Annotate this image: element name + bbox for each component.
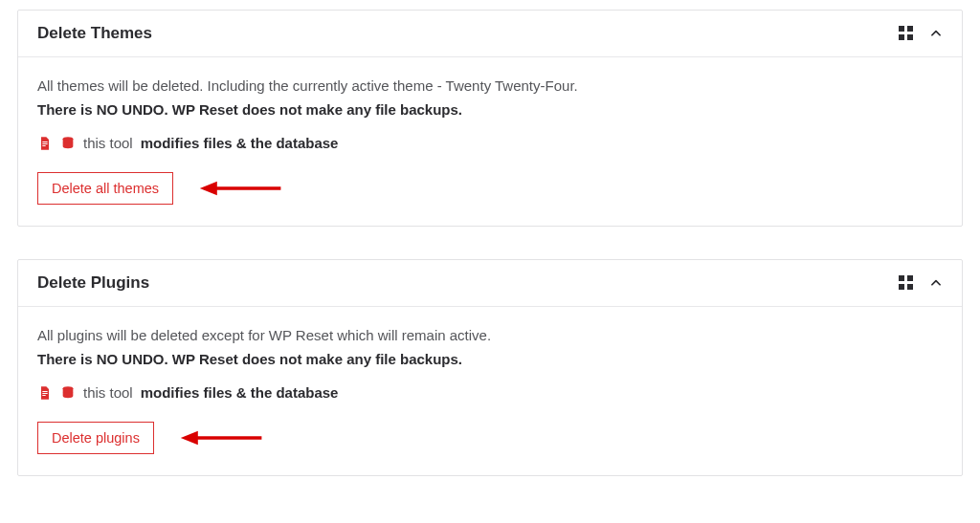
database-icon [60, 385, 76, 401]
action-row: Delete all themes [37, 172, 943, 205]
panel-header: Delete Plugins [18, 260, 962, 307]
svg-rect-2 [42, 145, 45, 146]
panel-title: Delete Plugins [37, 273, 149, 293]
chevron-up-icon[interactable] [929, 27, 943, 40]
modifies-row: this tool modifies files & the database [37, 135, 943, 151]
modifies-prefix: this tool [83, 135, 133, 151]
svg-rect-6 [42, 391, 47, 392]
panel-body: All plugins will be deleted except for W… [18, 307, 962, 475]
action-row: Delete plugins [37, 422, 943, 454]
panel-description: All themes will be deleted. Including th… [37, 75, 943, 98]
arrow-left-icon [179, 429, 265, 447]
panel-delete-themes: Delete Themes All themes will be deleted… [17, 10, 963, 227]
modifies-row: this tool modifies files & the database [37, 384, 943, 401]
svg-marker-5 [200, 182, 217, 195]
svg-marker-11 [181, 431, 198, 445]
modifies-prefix: this tool [83, 384, 133, 401]
panel-warning: There is NO UNDO. WP Reset does not make… [37, 101, 943, 118]
svg-rect-0 [42, 142, 47, 142]
panel-body: All themes will be deleted. Including th… [18, 57, 962, 226]
file-icon [37, 136, 53, 151]
svg-rect-1 [42, 143, 47, 144]
svg-rect-8 [42, 395, 45, 396]
delete-plugins-button[interactable]: Delete plugins [37, 422, 154, 454]
panel-header-actions [899, 275, 943, 291]
panel-delete-plugins: Delete Plugins All plugins will be delet… [17, 259, 963, 476]
arrow-left-icon [198, 180, 284, 197]
database-icon [60, 136, 76, 151]
panel-warning: There is NO UNDO. WP Reset does not make… [37, 351, 943, 367]
file-icon [37, 385, 53, 401]
grid-icon[interactable] [899, 26, 914, 41]
grid-icon[interactable] [899, 275, 914, 291]
modifies-strong: modifies files & the database [141, 384, 339, 401]
panel-description: All plugins will be deleted except for W… [37, 324, 943, 347]
panel-header: Delete Themes [18, 11, 962, 57]
modifies-strong: modifies files & the database [141, 135, 339, 151]
panel-title: Delete Themes [37, 24, 152, 43]
chevron-up-icon[interactable] [929, 276, 943, 290]
delete-all-themes-button[interactable]: Delete all themes [37, 172, 173, 205]
panel-header-actions [899, 26, 943, 41]
svg-rect-7 [42, 393, 47, 394]
